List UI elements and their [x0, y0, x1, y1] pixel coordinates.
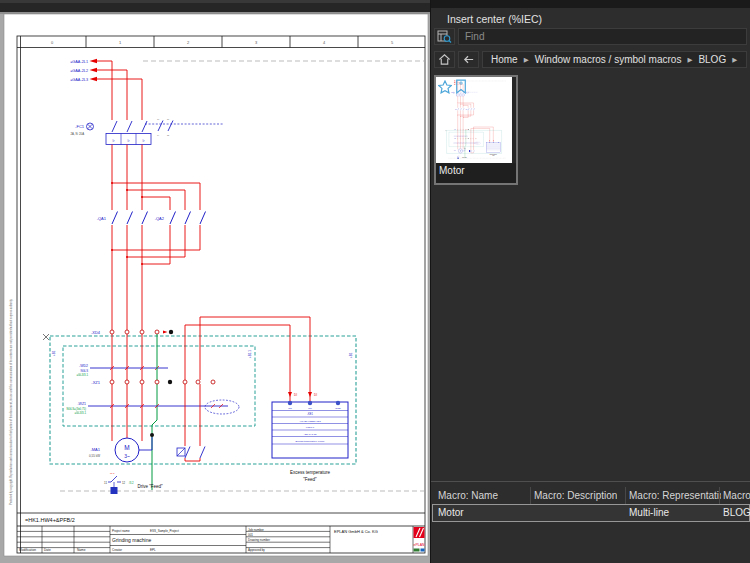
panel-title: Insert center (%IEC)	[447, 13, 542, 25]
home-button[interactable]	[434, 51, 455, 68]
caption-drive: Drive "Feed"	[137, 484, 163, 489]
di-label: DI	[294, 393, 297, 397]
breadcrumb: Home ▶ Window macros / symbol macros ▶ B…	[482, 51, 747, 68]
search-filter-button[interactable]	[434, 28, 455, 45]
aux-crossref: /3.2	[129, 481, 134, 485]
plc-row-text: -KE1	[307, 412, 313, 416]
favorite-star-icon[interactable]	[438, 80, 452, 94]
breadcrumb-separator-icon: ▶	[732, 56, 737, 64]
breadcrumb-item-window-macros[interactable]: Window macros / symbol macros	[535, 54, 682, 65]
header-macro-source[interactable]: Macro:	[723, 490, 750, 501]
table-divider	[431, 481, 750, 482]
drawing-workspace[interactable]: 0 1 2 3 4 5 Protected by copyright. Repr…	[0, 0, 430, 563]
fc1-tag: -FC1	[75, 124, 85, 129]
aux-pin-11: 11	[104, 481, 107, 485]
breadcrumb-item-blog[interactable]: BLOG	[698, 54, 726, 65]
plc-row-text: +K1+B1.XG&EPA13.5	[299, 420, 321, 422]
aux-pin-12: 12	[122, 481, 126, 485]
plc-row-text: %2K7.0	[306, 426, 315, 429]
back-button[interactable]	[458, 51, 479, 68]
structure-label-inner: +B1.1	[248, 350, 252, 358]
plc-terminal-label: UM	[308, 407, 312, 410]
wd2-tag: -WD2	[79, 364, 88, 368]
wz1-tag: -WZ1	[77, 402, 86, 406]
structure-label-outer: +B1	[52, 350, 56, 356]
bookmark-icon[interactable]	[455, 79, 467, 94]
header-macro-name[interactable]: Macro: Name	[438, 490, 498, 501]
schematic-canvas[interactable]: 0 1 2 3 4 5 Protected by copyright. Repr…	[0, 0, 430, 563]
fc1-rating: 2A, N: 20A	[70, 132, 84, 136]
header-macro-representation[interactable]: Macro: Representatio...	[629, 490, 721, 501]
xz1-tag: -XZ1	[91, 380, 100, 385]
approved-by-label: Approved by	[248, 548, 265, 552]
wz1-crossref: =GL3/3.1	[74, 411, 86, 415]
creator-value: EPL	[150, 548, 156, 552]
supply-label: =GAA-2L1	[70, 60, 88, 64]
qa1-tag: -QA1	[97, 216, 107, 221]
find-input[interactable]	[458, 28, 747, 45]
motor-power: 0,55 kW	[89, 454, 100, 458]
date-label: Date	[44, 548, 51, 552]
page-identifier: =HK1.HW4+&PFB/2	[25, 517, 75, 523]
modification-label: Modification	[19, 548, 36, 552]
job-number-value: 001	[248, 533, 253, 537]
cell-macro-source: BLOG	[723, 507, 750, 518]
panel-top-strip	[431, 0, 750, 8]
supply-label: =GAA-2L3	[70, 78, 88, 82]
eplan-logo-text: ePLAN	[413, 543, 425, 547]
plc-input-box: IN1 UM GND -KE1 +K1+B1.XG&EPA13.5 %2K7.0…	[272, 401, 348, 458]
home-icon	[438, 53, 451, 66]
breadcrumb-row: Home ▶ Window macros / symbol macros ▶ B…	[434, 51, 747, 68]
plc-terminal-label: IN1	[288, 407, 292, 410]
eplan-window: 0 1 2 3 4 5 Protected by copyright. Repr…	[0, 0, 750, 563]
motor-phases: 3~	[124, 453, 130, 459]
macro-thumbnail	[436, 77, 512, 163]
aux-coil-ref: -QA1	[109, 472, 115, 474]
breadcrumb-separator-icon: ▶	[524, 56, 529, 64]
macro-table-header: Macro: Name Macro: Description Macro: Re…	[431, 487, 750, 504]
back-arrow-icon	[462, 53, 475, 66]
header-macro-description[interactable]: Macro: Description	[534, 490, 617, 501]
caption-excess-1: Excess temperature	[290, 470, 331, 475]
supply-label: =GAA-2L2	[70, 69, 88, 73]
search-filter-icon	[437, 30, 452, 43]
breadcrumb-separator-icon: ▶	[687, 56, 692, 64]
name-label: Name	[77, 548, 86, 552]
insert-center-panel: Insert center (%IEC)	[430, 0, 750, 563]
creator-label: Creator	[112, 548, 122, 552]
macro-tile-label: Motor	[436, 163, 516, 183]
macro-table-row-motor[interactable]: Motor Multi-line BLOG	[432, 504, 750, 522]
copyright-note: Protected by copyright. Reproduction and…	[9, 298, 13, 505]
search-row	[434, 28, 747, 45]
caption-excess-2: "Feed"	[303, 477, 317, 482]
wd2-crossref: =GL3/3.1	[76, 373, 88, 377]
plc-row-text: +B1-PA1.12	[304, 433, 317, 436]
top-bar-highlight	[0, 0, 430, 3]
drawing-number-label: Drawing number	[248, 538, 270, 542]
structure-label-right: +B1	[349, 352, 353, 358]
macro-tile-motor[interactable]: Motor	[434, 75, 518, 185]
qa2-tag: -QA2	[155, 216, 165, 221]
schematic-page[interactable]	[4, 14, 428, 556]
cell-macro-representation: Multi-line	[629, 507, 669, 518]
motor-letter: M	[124, 444, 129, 451]
cell-macro-name: Motor	[438, 507, 464, 518]
company-name: EPLAN GmbH & Co. KG	[334, 529, 378, 534]
project-name-value: ESS_Sample_Project	[150, 529, 179, 533]
breadcrumb-item-home[interactable]: Home	[491, 54, 518, 65]
page-description: Grinding machine	[112, 537, 151, 543]
di-label: DI	[314, 393, 317, 397]
project-name-label: Project name	[112, 529, 130, 533]
motor-tag: -MA1	[90, 447, 100, 452]
xd4-tag: -XD4	[91, 330, 101, 335]
plc-row-text: Excess temperature "Feed"	[295, 440, 324, 443]
job-number-label: Job number	[248, 528, 264, 532]
plc-terminal-label: GND	[335, 407, 341, 410]
